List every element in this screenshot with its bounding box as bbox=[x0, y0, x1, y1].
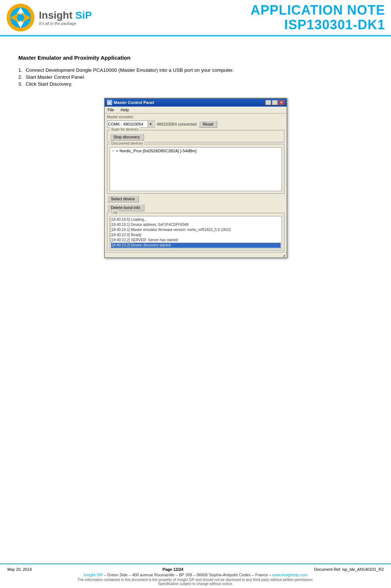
dialog-title: Master Control Panel bbox=[114, 100, 154, 105]
log-group: Log [18:40:18.5] Loading... [18:40:19.1]… bbox=[107, 213, 284, 251]
device-list[interactable]: + + Nordic_Prox [0xD526D85C2B2A] [-54dBm… bbox=[110, 147, 282, 191]
header-title-area: APPLICATION NOTE ISP130301-DK1 bbox=[116, 3, 385, 32]
footer-line4: Specification subject to change without … bbox=[7, 582, 384, 586]
log-area[interactable]: [18:40:18.5] Loading... [18:40:19.1] Dev… bbox=[110, 216, 282, 249]
status-bar: ◢ bbox=[105, 252, 287, 257]
close-button[interactable]: ✕ bbox=[279, 100, 284, 105]
main-content: Master Emulator and Proximity Applicatio… bbox=[0, 36, 391, 313]
resize-grip-icon: ◢ bbox=[283, 253, 285, 257]
device-name: + Nordic_Prox [0xD526D85C2B2A] [-54dBm] bbox=[116, 149, 197, 153]
menu-bar: File Help bbox=[105, 107, 287, 113]
dialog-icon: ▣ bbox=[107, 100, 112, 105]
log-line-5-highlighted: [18:40:23.2] Device discovery started bbox=[111, 243, 281, 248]
connected-status: 480103054 connected bbox=[157, 122, 197, 126]
page-header: Insight SiP It's all in the package APPL… bbox=[0, 0, 391, 36]
app-note-title: APPLICATION NOTE bbox=[116, 3, 385, 18]
expand-icon: + bbox=[111, 149, 115, 153]
footer-line1: May 20, 2014 Page 12/24 Document Ref: is… bbox=[7, 567, 384, 572]
log-line-1: [18:40:19.1] Device address: 0xF1F4CDFF6… bbox=[111, 222, 281, 227]
logo-icon bbox=[6, 3, 35, 32]
footer-docref: Document Ref: isp_ble_AN140101_R2 bbox=[314, 567, 384, 572]
footer-address: – Green Side – 400 avenue Roumanille – B… bbox=[103, 573, 272, 577]
help-menu[interactable]: Help bbox=[119, 107, 130, 112]
log-line-3: [18:40:22.0] Ready bbox=[111, 232, 281, 238]
step-3: Click Start Discovery. bbox=[18, 81, 373, 87]
log-line-4: [18:40:22.2] SERVER: Server has started bbox=[111, 238, 281, 243]
select-device-section: Select device bbox=[107, 195, 284, 202]
dialog-container: ▣ Master Control Panel _ □ ✕ File Help M… bbox=[18, 98, 373, 258]
step-2: Start Master Control Panel. bbox=[18, 74, 373, 80]
brand-name: Insight SiP bbox=[39, 10, 92, 21]
svg-point-6 bbox=[17, 14, 24, 21]
window-controls[interactable]: _ □ ✕ bbox=[265, 100, 284, 105]
footer-page: Page 12/24 bbox=[163, 567, 184, 572]
log-line-2: [18:40:19.1] Master emulator firmware ve… bbox=[111, 227, 281, 232]
com-port-select[interactable]: COM6 - 480103054 ▼ bbox=[107, 120, 155, 128]
maximize-button[interactable]: □ bbox=[272, 100, 278, 105]
discovered-group: Discovered devices + + Nordic_Prox [0xD5… bbox=[107, 144, 284, 194]
logo-text: Insight SiP It's all in the package bbox=[39, 10, 92, 26]
minimize-button[interactable]: _ bbox=[265, 100, 271, 105]
delete-bond-section: Delete bond info bbox=[107, 204, 284, 211]
file-menu[interactable]: File bbox=[106, 107, 116, 112]
app-note-subtitle: ISP130301-DK1 bbox=[116, 18, 385, 32]
dialog-titlebar: ▣ Master Control Panel _ □ ✕ bbox=[105, 98, 287, 107]
reset-button[interactable]: Reset bbox=[199, 120, 217, 128]
section-title: Master Emulator and Proximity Applicatio… bbox=[18, 55, 373, 61]
footer-line2: Insight SiP – Green Side – 400 avenue Ro… bbox=[7, 573, 384, 577]
stop-discovery-button[interactable]: Stop discovery bbox=[110, 133, 144, 141]
com-port-value: COM6 - 480103054 bbox=[108, 122, 148, 126]
page-footer: May 20, 2014 Page 12/24 Document Ref: is… bbox=[0, 563, 391, 588]
insightsip-link[interactable]: Insight SiP bbox=[84, 573, 103, 577]
discovered-group-label: Discovered devices bbox=[110, 141, 144, 145]
scan-group-label: Scan for devices bbox=[110, 127, 140, 131]
log-group-label: Log bbox=[110, 210, 119, 214]
log-line-0: [18:40:18.5] Loading... bbox=[111, 217, 281, 222]
select-arrow-icon: ▼ bbox=[148, 121, 154, 127]
scan-group: Scan for devices Stop discovery bbox=[107, 130, 284, 142]
master-control-panel-dialog: ▣ Master Control Panel _ □ ✕ File Help M… bbox=[104, 98, 287, 258]
master-emulator-section: Master emulator COM6 - 480103054 ▼ 48010… bbox=[107, 115, 284, 129]
master-emulator-label: Master emulator bbox=[107, 115, 284, 119]
footer-line3: The information contained in this docume… bbox=[7, 578, 384, 582]
step-1: Connect Development Dongle PCA10000 (Mas… bbox=[18, 67, 373, 73]
footer-date: May 20, 2014 bbox=[7, 567, 32, 572]
brand-tagline: It's all in the package bbox=[39, 21, 92, 26]
logo-area: Insight SiP It's all in the package bbox=[6, 3, 116, 32]
device-item[interactable]: + + Nordic_Prox [0xD526D85C2B2A] [-54dBm… bbox=[111, 148, 281, 153]
steps-list: Connect Development Dongle PCA10000 (Mas… bbox=[18, 67, 373, 87]
website-link[interactable]: www.insightsip.com bbox=[272, 573, 307, 577]
select-device-button[interactable]: Select device bbox=[107, 195, 139, 202]
